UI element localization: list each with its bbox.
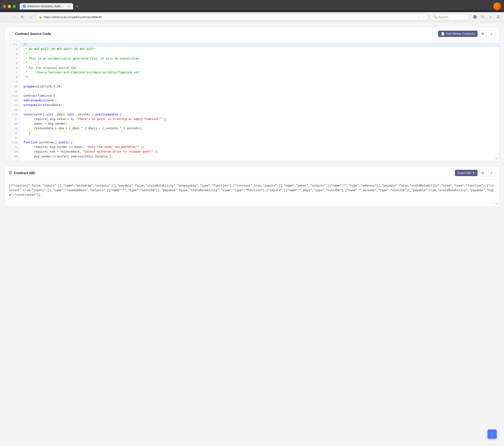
code-line-22: function withdraw() public { [20,141,499,145]
card-header: 📄 Contract Source Code 📄 Find Similar Co… [5,27,499,41]
code-line-8: */ [20,75,499,80]
copy-button[interactable]: ⧉ [479,30,486,37]
code-line-6: * For the original source see [20,66,499,71]
home-button[interactable]: ⌂ [27,14,34,20]
star-icon[interactable]: ☆ [487,14,494,20]
code-line-1: /* [20,42,499,47]
active-tab[interactable]: E Ethereum Accounts, Addresses ✕ [20,3,73,9]
reload-button[interactable]: ↻ [19,14,26,20]
maximize-window-button[interactable] [13,5,16,8]
ssl-lock-icon: 🔒 [39,15,42,19]
tab-close-button[interactable]: ✕ [67,5,70,8]
address-bar[interactable]: 🔒 https://etherscan.io/address/0x3e24bfe… [36,14,429,20]
abi-card-header: ☰ Contract ABI Export ABI ▼ ⧉ ⤢ [5,166,499,180]
code-line-9 [20,80,499,85]
code-line-24: require( now > releaseDate, "Cannot with… [20,150,499,154]
export-abi-label: Export ABI [457,171,471,175]
toolbar-icons: 📚 🛡 ☆ ☰ [471,14,502,20]
find-similar-icon: 📄 [441,32,445,36]
line-num-12: ▼12 [5,94,19,98]
line-num-21: 21 [5,136,19,141]
contract-source-code-card: 📄 Contract Source Code 📄 Find Similar Co… [5,27,499,161]
code-line-23: require( msg.sender == owner, "Only the … [20,145,499,150]
tab-title: Ethereum Accounts, Addresses [27,5,65,8]
code-line-4: * This is an automatically generated fil… [20,57,499,61]
line-num-24: 24 [5,150,19,154]
titlebar: E Ethereum Accounts, Addresses ✕ + [3,2,501,10]
line-num-6: 6 [5,66,19,71]
abi-content: [{"constant":false,"inputs":[],"name":"w… [5,180,499,202]
line-num-20: 20 [5,131,19,136]
line-num-2: 2 [5,47,19,52]
new-tab-button[interactable]: + [74,3,80,9]
line-num-19: 19 [5,126,19,131]
minimize-window-button[interactable] [8,5,11,8]
code-line-19: releaseDate = now + (_days * 1 days) + (… [20,126,499,131]
code-line-10: pragma solidity ^0.4.24; [20,85,499,89]
source-code-title: Contract Source Code [15,32,51,36]
code-line-14: uint public releaseDate; [20,103,499,107]
code-line-18: owner = msg.sender; [20,122,499,126]
scroll-top-icon: ↑ [491,432,493,436]
line-num-1: ▼1 [5,42,19,47]
abi-card-title: ☰ Contract ABI [9,171,35,175]
line-num-4: 4 [5,57,19,61]
line-num-11: 11 [5,89,19,94]
line-num-17: 17 [5,117,19,122]
code-line-11 [20,89,499,94]
card-title: 📄 Contract Source Code [9,32,51,36]
abi-card-actions: Export ABI ▼ ⧉ ⤢ [455,169,495,177]
search-bar[interactable]: 🔍 Search [430,14,469,20]
card-actions: 📄 Find Similar Contracts ⧉ ⤢ [438,30,495,37]
abi-text: [{"constant":false,"inputs":[],"name":"w… [9,184,494,197]
browser-chrome: E Ethereum Accounts, Addresses ✕ + [0,0,504,10]
code-lines: /* * DO NOT EDIT! DO NOT EDIT! DO NOT ED… [20,41,499,161]
line-num-13: 13 [5,98,19,103]
back-button[interactable]: ← [2,14,9,20]
line-num-3: 3 [5,52,19,56]
scroll-to-top-button[interactable]: ↑ [487,429,497,439]
abi-fullscreen-button[interactable]: ⤢ [488,169,495,177]
line-num-5: 5 [5,61,19,66]
line-num-25: 25 [5,155,19,159]
code-line-21 [20,136,499,141]
code-line-15 [20,108,499,112]
fullscreen-button[interactable]: ⤢ [488,30,495,37]
bookmark-icon[interactable]: ☆ [423,15,426,19]
tab-favicon: E [23,5,26,8]
more-options-icon[interactable]: ··· [417,15,421,19]
search-placeholder: Search [438,15,448,19]
abi-resize-handle: ⇲ [495,201,498,205]
code-line-17: require( msg.value > 0, "There's no poin… [20,117,499,122]
line-num-23: 23 [5,145,19,150]
code-line-13: address public owner; [20,98,499,103]
line-num-8: 8 [5,75,19,80]
find-similar-label: Find Similar Contracts [446,32,475,36]
menu-icon[interactable]: ☰ [495,14,502,20]
find-similar-button[interactable]: 📄 Find Similar Contracts [438,31,478,37]
line-num-9: 9 [5,80,19,85]
shield-icon[interactable]: 🛡 [479,14,486,20]
code-viewer: ▼1 2 3 4 5 6 7 8 9 10 11 ▼12 13 14 15 ▼1… [5,41,499,161]
contract-abi-card: ☰ Contract ABI Export ABI ▼ ⧉ ⤢ [{"const… [5,166,499,207]
dropdown-arrow-icon: ▼ [472,171,475,175]
code-line-20: } [20,131,499,136]
forward-button[interactable]: → [11,14,18,20]
close-window-button[interactable] [3,5,6,8]
library-icon[interactable]: 📚 [471,14,478,20]
abi-copy-button[interactable]: ⧉ [479,169,486,177]
line-num-16: ▼16 [5,112,19,117]
abi-resize-area: ⇲ [5,201,499,206]
code-line-2: * DO NOT EDIT! DO NOT EDIT! DO NOT EDIT! [20,47,499,52]
line-num-14: 14 [5,103,19,107]
abi-section-title: Contract ABI [14,171,35,175]
search-icon: 🔍 [433,15,437,19]
line-num-7: 7 [5,71,19,75]
export-abi-button[interactable]: Export ABI ▼ [455,170,478,176]
line-num-22: ▼22 [5,141,19,145]
code-line-5: * [20,61,499,66]
document-icon: 📄 [9,32,13,36]
line-num-10: 10 [5,85,19,89]
code-line-7: * '/Users/testuser/eth-timelock/src/main… [20,71,499,75]
list-icon: ☰ [9,171,12,175]
